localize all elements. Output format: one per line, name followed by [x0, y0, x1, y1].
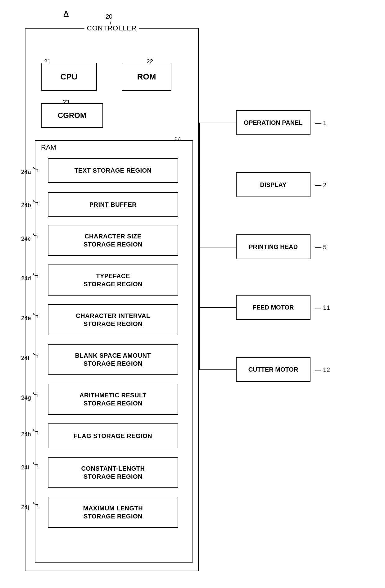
bracket-24b	[32, 199, 39, 206]
bracket-24i	[32, 462, 39, 468]
controller-label: CONTROLLER	[84, 24, 139, 32]
ram-subbox-24h: FLAG STORAGE REGION	[48, 423, 178, 448]
ref-24g: 24g	[21, 394, 31, 401]
ram-subbox-24d: TYPEFACESTORAGE REGION	[48, 265, 178, 296]
ref-24d: 24d	[21, 275, 31, 282]
display-box: DISPLAY	[236, 172, 310, 197]
ram-subbox-24a: TEXT STORAGE REGION	[48, 158, 178, 183]
ref-24j: 24j	[21, 504, 29, 511]
ref-12: — 12	[315, 366, 330, 373]
connect-cutter-motor	[199, 369, 236, 370]
ref-24i: 24i	[21, 464, 29, 471]
ram-box: RAM TEXT STORAGE REGION PRINT BUFFER CHA…	[35, 140, 193, 563]
ref-11: — 11	[315, 304, 330, 311]
ram-label: RAM	[41, 143, 56, 152]
ref-1: — 1	[315, 120, 327, 127]
ram-subbox-24g: ARITHMETIC RESULTSTORAGE REGION	[48, 384, 178, 415]
bracket-24d	[32, 273, 39, 279]
ref-24c: 24c	[21, 235, 31, 242]
bracket-24g	[32, 392, 39, 398]
ram-subbox-24e: CHARACTER INTERVALSTORAGE REGION	[48, 304, 178, 335]
bracket-24f	[32, 352, 39, 358]
bracket-24c	[32, 233, 39, 239]
ref-24e: 24e	[21, 315, 31, 322]
printing-head-box: PRINTING HEAD	[236, 234, 310, 259]
diagram: A 20 CONTROLLER 21 CPU 22 ROM 23 CGROM 2…	[19, 9, 373, 581]
cgrom-box: CGROM	[41, 103, 103, 128]
ref-24b: 24b	[21, 202, 31, 209]
bracket-24h	[32, 428, 39, 435]
bracket-24e	[32, 312, 39, 319]
rom-box: ROM	[122, 63, 171, 91]
connect-op-panel	[199, 123, 236, 123]
connect-print-head	[199, 247, 236, 247]
ref-20-label: 20	[106, 13, 112, 20]
controller-box: CONTROLLER 21 CPU 22 ROM 23 CGROM 24 RAM…	[25, 28, 199, 571]
ram-subbox-24c: CHARACTER SIZESTORAGE REGION	[48, 225, 178, 256]
cpu-box: CPU	[41, 63, 97, 91]
ref-2: — 2	[315, 182, 327, 189]
connect-display	[199, 185, 236, 185]
cutter-motor-box: CUTTER MOTOR	[236, 357, 310, 382]
ram-subbox-24f: BLANK SPACE AMOUNTSTORAGE REGION	[48, 344, 178, 375]
operation-panel-box: OPERATION PANEL	[236, 110, 310, 135]
connect-feed-motor	[199, 307, 236, 308]
ram-subbox-24j: MAXIMUM LENGTHSTORAGE REGION	[48, 497, 178, 528]
ram-subbox-24i: CONSTANT-LENGTHSTORAGE REGION	[48, 457, 178, 488]
v-right-connector	[199, 123, 200, 370]
ref-24f: 24f	[21, 355, 29, 361]
bracket-24j	[32, 501, 39, 508]
ref-24a: 24a	[21, 169, 31, 175]
feed-motor-box: FEED MOTOR	[236, 295, 310, 320]
ram-subbox-24b: PRINT BUFFER	[48, 192, 178, 217]
bracket-24a	[32, 166, 39, 172]
ref-a-label: A	[64, 9, 69, 17]
ref-24h: 24h	[21, 431, 31, 438]
ref-5: — 5	[315, 244, 327, 251]
